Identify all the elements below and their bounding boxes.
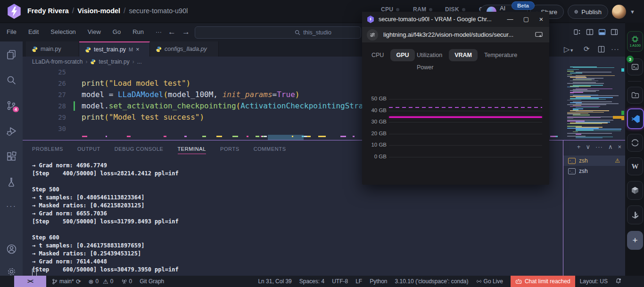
tensorflow-plugin-button[interactable] [627, 205, 643, 224]
breadcrumb-project[interactable]: Vision-model [77, 7, 120, 15]
vscode-plugin-button[interactable] [627, 108, 644, 129]
new-terminal-icon[interactable]: + [577, 143, 581, 150]
menu-view[interactable]: View [82, 23, 107, 35]
toggle-secondary-sidebar-icon[interactable] [611, 28, 618, 36]
more-views-icon[interactable]: ··· [0, 197, 23, 216]
testing-icon[interactable] [0, 172, 23, 191]
breadcrumb-symbol[interactable]: ... [137, 58, 142, 65]
user-avatar[interactable] [612, 5, 626, 19]
gpu-status-button[interactable]: 1 A100 [627, 31, 643, 52]
tab-temperature[interactable]: Temperature [479, 49, 523, 61]
wandb-plugin-button[interactable]: W [627, 157, 643, 175]
close-tab-icon[interactable]: × [136, 46, 139, 53]
minimize-button[interactable]: — [503, 12, 517, 27]
eol-item[interactable]: LF [355, 278, 362, 285]
window-title-bar[interactable]: secure-tomato-u90l - VRAM - Google Chr..… [362, 12, 549, 27]
address-bar[interactable]: lightning.ai/f4k3r22/vision-model/studio… [362, 27, 549, 42]
open-in-app-icon[interactable] [535, 32, 543, 38]
radio-tower-icon [121, 279, 127, 284]
tab-test_train-py[interactable]: test_train.pyM× [79, 41, 150, 57]
terminals-button[interactable]: 3 [627, 58, 643, 75]
breadcrumb-folder[interactable]: LLaDA-from-scratch [32, 58, 83, 65]
interpreter-item[interactable]: 3.10.10 ('cloudspace': conda) [395, 278, 469, 285]
tab-vram[interactable]: VRAM [449, 49, 478, 61]
split-editor-right-icon[interactable] [598, 46, 605, 53]
nav-back-icon[interactable]: ← [168, 27, 176, 37]
tab-main-py[interactable]: main.py [26, 41, 79, 57]
run-above-icon[interactable]: ⟳ [584, 45, 590, 53]
sync-icon[interactable]: ⟳ [76, 278, 81, 285]
toggle-panel-icon[interactable] [598, 28, 606, 36]
maximize-button[interactable]: ▢ [519, 12, 533, 27]
problems-item[interactable]: ⊗0 ⚠0 [89, 278, 114, 285]
extensions-icon[interactable] [0, 147, 23, 166]
git-branch-item[interactable]: main* ⟳ [52, 278, 81, 285]
accounts-icon[interactable] [0, 239, 23, 258]
cube-plugin-button[interactable] [627, 181, 643, 200]
search-sidebar-icon[interactable] [0, 71, 23, 90]
breadcrumb-studio[interactable]: secure-tomato-u90l [129, 7, 188, 15]
maximize-panel-icon[interactable]: ∧ [608, 143, 613, 150]
warnings-icon: ⚠ [103, 278, 108, 285]
go-live-item[interactable]: Go Live [476, 278, 503, 285]
terminal-list-item[interactable]: ›_zsh⚠ [563, 156, 626, 166]
panel-tab-output[interactable]: OUTPUT [77, 146, 100, 154]
lightning-logo-icon[interactable] [7, 4, 22, 19]
terminal-dropdown-icon[interactable]: ∨ [586, 143, 590, 150]
comet-plugin-button[interactable] [627, 134, 643, 152]
selection-highlight [268, 135, 304, 140]
line-number: 27 [23, 89, 66, 100]
breadcrumb-user[interactable]: Fredy Rivera [27, 7, 69, 15]
panel-tab-debug-console[interactable]: DEBUG CONSOLE [115, 146, 164, 154]
menu-run[interactable]: Run [127, 23, 149, 35]
close-button[interactable]: × [534, 12, 548, 27]
breadcrumb-file[interactable]: test_train.py [99, 58, 129, 65]
split-editor-icon[interactable] [586, 28, 594, 36]
terminal-more-icon[interactable]: ··· [595, 143, 603, 150]
git-graph-item[interactable]: Git Graph [140, 278, 164, 285]
close-panel-icon[interactable]: × [618, 143, 621, 150]
minimap[interactable] [565, 66, 621, 139]
encoding-item[interactable]: UTF-8 [332, 278, 348, 285]
menu-file[interactable]: File [1, 23, 22, 35]
run-debug-icon[interactable] [0, 122, 23, 140]
menu-go[interactable]: Go [107, 23, 126, 35]
notifications-bell[interactable] [615, 278, 621, 285]
run-python-icon[interactable]: ▷▼ [564, 45, 574, 54]
terminal-output[interactable]: → Grad norm: 4696.7749 [Step 400/50000] … [32, 162, 179, 274]
python-icon [156, 46, 162, 52]
source-control-icon[interactable]: 4 [0, 96, 23, 115]
command-center-search[interactable]: this_studio [195, 26, 361, 39]
status-bar: >< main* ⟳ ⊗0 ⚠0 0 Git Graph Ln 31, Col … [0, 276, 644, 287]
tab-cpu[interactable]: CPU [366, 49, 389, 61]
remote-indicator[interactable]: >< [14, 276, 46, 287]
language-item[interactable]: Python [370, 278, 387, 285]
tab-utilization[interactable]: Utilization [411, 49, 448, 61]
site-settings-button[interactable] [367, 29, 378, 41]
menu-selection[interactable]: Selection [45, 23, 81, 35]
terminal-list-item[interactable]: ›_zsh [563, 166, 626, 176]
tab-configs_llada-py[interactable]: configs_llada.py [150, 41, 219, 57]
search-icon [295, 30, 300, 35]
studio-files-button[interactable] [627, 87, 643, 104]
ports-item[interactable]: 0 [121, 278, 132, 285]
editor-more-actions-icon[interactable]: ··· [611, 45, 619, 53]
panel-tab-problems[interactable]: PROBLEMS [32, 146, 63, 154]
nav-forward-icon[interactable]: → [182, 27, 190, 37]
add-plugin-button[interactable]: + [627, 231, 643, 250]
indentation-item[interactable]: Spaces: 4 [299, 278, 324, 285]
keyboard-layout-item[interactable]: Layout: US [580, 278, 608, 285]
chat-limit-badge[interactable]: Chat limit reached [511, 276, 575, 287]
chart-gridline [389, 111, 542, 111]
menu-[interactable]: ··· [150, 23, 167, 35]
customize-layout-icon[interactable] [574, 28, 581, 36]
publish-button[interactable]: Publish [568, 5, 608, 19]
panel-tab-comments[interactable]: COMMENTS [254, 146, 286, 154]
avatar-chevron-down-icon[interactable]: ▼ [630, 9, 635, 15]
url-text[interactable]: lightning.ai/f4k3r22/vision-model/studio… [383, 31, 513, 38]
panel-tab-ports[interactable]: PORTS [220, 146, 239, 154]
menu-edit[interactable]: Edit [23, 23, 44, 35]
explorer-icon[interactable] [0, 45, 23, 64]
panel-tab-terminal[interactable]: TERMINAL [178, 146, 206, 154]
cursor-position-item[interactable]: Ln 31, Col 39 [258, 278, 291, 285]
